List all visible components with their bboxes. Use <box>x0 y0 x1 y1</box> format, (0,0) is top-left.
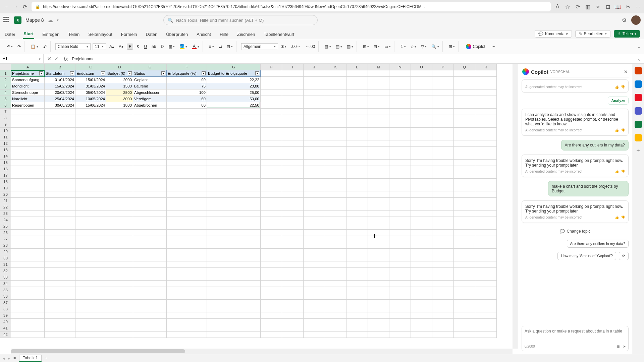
cell-G20[interactable] <box>207 191 261 198</box>
cell-N28[interactable] <box>389 242 411 249</box>
cell-M16[interactable] <box>368 166 389 172</box>
cell-F20[interactable] <box>167 191 207 198</box>
cell-J22[interactable] <box>304 204 325 210</box>
cell-R12[interactable] <box>475 140 497 147</box>
cell-R3[interactable] <box>475 83 497 89</box>
cell-Q18[interactable] <box>454 179 475 185</box>
cell-J28[interactable] <box>304 242 325 249</box>
rail-icon-5[interactable] <box>635 121 642 128</box>
cell-C32[interactable] <box>75 268 106 274</box>
cell-J25[interactable] <box>304 223 325 230</box>
cell-M14[interactable] <box>368 153 389 160</box>
cell-L3[interactable] <box>346 83 368 89</box>
cell-H32[interactable] <box>261 268 282 274</box>
cell-P3[interactable] <box>432 83 454 89</box>
cell-G14[interactable] <box>207 153 261 160</box>
cell-F25[interactable] <box>167 223 207 230</box>
row-header-8[interactable]: 8 <box>0 115 11 121</box>
cell-K11[interactable] <box>325 134 346 140</box>
row-header-22[interactable]: 22 <box>0 204 11 210</box>
cell-E37[interactable] <box>133 300 167 306</box>
cell-G31[interactable] <box>207 261 261 268</box>
cell-P36[interactable] <box>432 293 454 300</box>
cell-G5[interactable]: 50,00 <box>207 96 261 102</box>
cell-M11[interactable] <box>368 134 389 140</box>
cell-O23[interactable] <box>411 210 432 217</box>
cell-R42[interactable] <box>475 331 497 338</box>
cell-O1[interactable] <box>411 70 432 77</box>
cell-D25[interactable] <box>106 223 133 230</box>
cell-R9[interactable] <box>475 121 497 128</box>
cell-Q31[interactable] <box>454 261 475 268</box>
filter-button[interactable]: ▾ <box>128 71 132 75</box>
cell-O12[interactable] <box>411 140 432 147</box>
cell-B15[interactable] <box>45 160 75 166</box>
cell-L38[interactable] <box>346 306 368 312</box>
row-header-34[interactable]: 34 <box>0 281 11 287</box>
cell-L12[interactable] <box>346 140 368 147</box>
cell-I13[interactable] <box>282 147 304 153</box>
cell-P5[interactable] <box>432 96 454 102</box>
cell-Q22[interactable] <box>454 204 475 210</box>
cell-A32[interactable] <box>11 268 45 274</box>
cell-D38[interactable] <box>106 306 133 312</box>
cell-B39[interactable] <box>45 312 75 319</box>
cell-M29[interactable] <box>368 249 389 255</box>
cell-Q10[interactable] <box>454 128 475 134</box>
cell-G28[interactable] <box>207 242 261 249</box>
cell-M13[interactable] <box>368 147 389 153</box>
cell-E11[interactable] <box>133 134 167 140</box>
cell-E41[interactable] <box>133 325 167 331</box>
cell-M1[interactable] <box>368 70 389 77</box>
cell-K31[interactable] <box>325 261 346 268</box>
cell-K19[interactable] <box>325 185 346 191</box>
cell-E24[interactable] <box>133 217 167 223</box>
cell-R37[interactable] <box>475 300 497 306</box>
cell-A5[interactable]: Nordlicht <box>11 96 45 102</box>
cell-L32[interactable] <box>346 268 368 274</box>
cell-D21[interactable] <box>106 198 133 204</box>
col-header-R[interactable]: R <box>475 64 497 70</box>
row-header-35[interactable]: 35 <box>0 287 11 293</box>
cell-D12[interactable] <box>106 140 133 147</box>
cell-F42[interactable] <box>167 331 207 338</box>
cell-K42[interactable] <box>325 331 346 338</box>
cell-M22[interactable] <box>368 204 389 210</box>
cell-P12[interactable] <box>432 140 454 147</box>
cell-G3[interactable]: 20,00 <box>207 83 261 89</box>
spreadsheet-grid[interactable]: ABCDEFGHIJKLMNOPQR1Projektname▾Startdatu… <box>0 64 518 354</box>
cell-O18[interactable] <box>411 179 432 185</box>
cell-E5[interactable]: Verzögert <box>133 96 167 102</box>
cell-F39[interactable] <box>167 312 207 319</box>
cell-L36[interactable] <box>346 293 368 300</box>
cell-A34[interactable] <box>11 281 45 287</box>
cell-H15[interactable] <box>261 160 282 166</box>
cell-I27[interactable] <box>282 236 304 242</box>
sync-icon[interactable]: ⟳ <box>575 4 580 9</box>
cell-L9[interactable] <box>346 121 368 128</box>
cell-B42[interactable] <box>45 331 75 338</box>
cell-G13[interactable] <box>207 147 261 153</box>
app-launcher-icon[interactable] <box>3 17 10 23</box>
cell-O14[interactable] <box>411 153 432 160</box>
cell-F19[interactable] <box>167 185 207 191</box>
cell-I37[interactable] <box>282 300 304 306</box>
cell-Q4[interactable] <box>454 89 475 96</box>
cell-O33[interactable] <box>411 274 432 281</box>
cell-J1[interactable] <box>304 70 325 77</box>
cell-L15[interactable] <box>346 160 368 166</box>
cell-B22[interactable] <box>45 204 75 210</box>
cell-H12[interactable] <box>261 140 282 147</box>
cell-K14[interactable] <box>325 153 346 160</box>
cell-P10[interactable] <box>432 128 454 134</box>
cell-M32[interactable] <box>368 268 389 274</box>
cell-P24[interactable] <box>432 217 454 223</box>
cell-D6[interactable]: 1800 <box>106 102 133 109</box>
cell-L21[interactable] <box>346 198 368 204</box>
cell-I25[interactable] <box>282 223 304 230</box>
cell-D36[interactable] <box>106 293 133 300</box>
col-header-E[interactable]: E <box>133 64 167 70</box>
cell-R16[interactable] <box>475 166 497 172</box>
cell-A21[interactable] <box>11 198 45 204</box>
cell-O15[interactable] <box>411 160 432 166</box>
